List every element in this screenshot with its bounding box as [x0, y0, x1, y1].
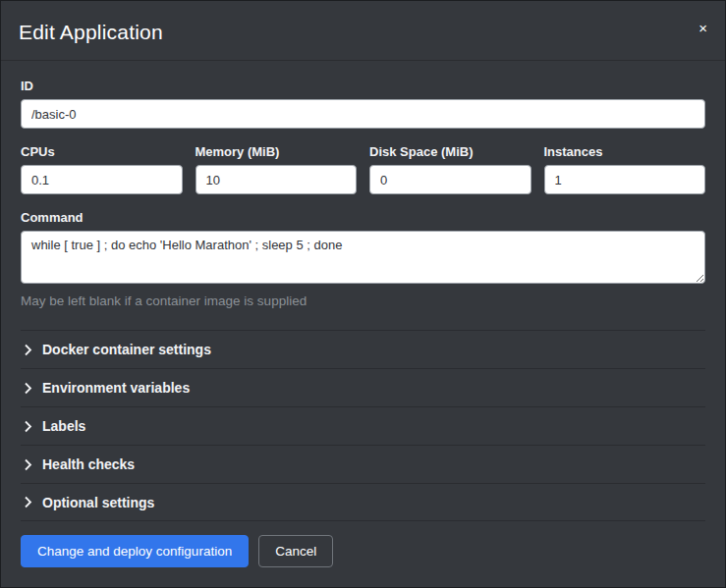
cancel-button[interactable]: Cancel [258, 535, 333, 567]
instances-input[interactable] [544, 165, 706, 194]
command-help-text: May be left blank if a container image i… [21, 294, 705, 308]
disk-field-group: Disk Space (MiB) [369, 144, 531, 194]
id-label: ID [21, 79, 705, 93]
chevron-right-icon [21, 419, 34, 433]
chevron-right-icon [21, 457, 34, 471]
close-icon[interactable]: × [695, 17, 711, 39]
chevron-right-icon [21, 381, 34, 395]
section-docker-container-settings[interactable]: Docker container settings [21, 330, 705, 368]
instances-field-group: Instances [544, 144, 706, 194]
cpus-field-group: CPUs [21, 144, 183, 194]
change-and-deploy-button[interactable]: Change and deploy configuration [21, 535, 249, 567]
disk-label: Disk Space (MiB) [369, 144, 531, 159]
modal-body: ID CPUs Memory (MiB) Disk Space (MiB) In… [1, 61, 725, 521]
chevron-right-icon [21, 496, 34, 509]
command-label: Command [21, 210, 705, 225]
section-label: Health checks [42, 456, 135, 472]
cpus-label: CPUs [21, 144, 183, 159]
resource-fields-row: CPUs Memory (MiB) Disk Space (MiB) Insta… [21, 144, 705, 194]
modal-footer: Change and deploy configuration Cancel [1, 521, 725, 587]
chevron-right-icon [21, 343, 34, 356]
memory-input[interactable] [195, 165, 358, 194]
memory-field-group: Memory (MiB) [195, 144, 358, 194]
section-labels[interactable]: Labels [21, 406, 705, 445]
disk-input[interactable] [369, 165, 531, 194]
cpus-input[interactable] [21, 165, 183, 194]
memory-label: Memory (MiB) [195, 144, 358, 159]
section-label: Labels [42, 418, 85, 434]
section-environment-variables[interactable]: Environment variables [21, 368, 705, 406]
command-textarea[interactable]: while [ true ] ; do echo 'Hello Marathon… [21, 231, 705, 284]
section-health-checks[interactable]: Health checks [21, 445, 705, 483]
instances-label: Instances [544, 144, 706, 159]
section-label: Optional settings [42, 495, 154, 510]
collapsible-sections: Docker container settings Environment va… [21, 330, 705, 521]
modal-header: Edit Application × [1, 1, 725, 61]
section-label: Docker container settings [42, 342, 211, 357]
section-label: Environment variables [42, 380, 190, 396]
id-input[interactable] [21, 99, 705, 129]
edit-application-modal: Edit Application × ID CPUs Memory (MiB) … [0, 0, 726, 588]
modal-title: Edit Application [19, 21, 705, 44]
section-optional-settings[interactable]: Optional settings [21, 483, 705, 521]
command-field-group: Command while [ true ] ; do echo 'Hello … [21, 210, 705, 308]
id-field-group: ID [21, 79, 705, 129]
